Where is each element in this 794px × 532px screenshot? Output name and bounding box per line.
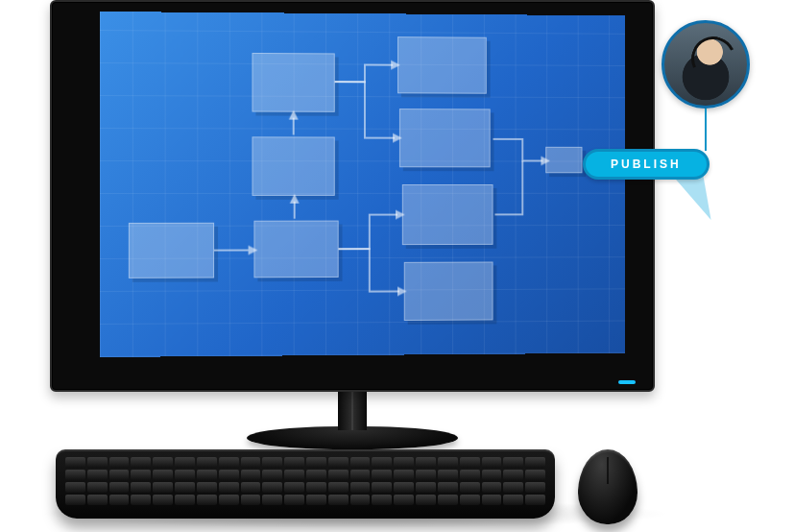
key [328, 470, 349, 480]
flow-node [545, 147, 582, 173]
key [416, 457, 436, 468]
key [241, 482, 261, 493]
mouse [578, 449, 638, 524]
key [394, 482, 414, 493]
key [482, 470, 502, 480]
key [525, 482, 545, 493]
flow-node [253, 136, 335, 196]
key [503, 495, 523, 505]
key [109, 495, 130, 505]
key [153, 457, 173, 468]
key [306, 457, 326, 468]
key [328, 457, 349, 468]
key [65, 482, 85, 493]
key [131, 470, 151, 480]
key [460, 495, 480, 505]
key [503, 470, 523, 480]
key [241, 470, 261, 480]
monitor-screen [100, 12, 625, 357]
key [65, 470, 85, 480]
key [525, 495, 545, 505]
key [109, 470, 130, 480]
key [416, 482, 436, 493]
support-agent-avatar [662, 20, 750, 109]
key [241, 457, 261, 468]
key [131, 495, 151, 505]
key [87, 495, 108, 505]
key [394, 495, 414, 505]
key [328, 495, 349, 505]
key [262, 495, 282, 505]
monitor-bezel [50, 0, 655, 392]
key [284, 482, 304, 493]
key [262, 457, 282, 468]
key [460, 482, 480, 493]
publish-button[interactable]: PUBLISH [583, 149, 710, 180]
flow-connectors [100, 12, 625, 357]
key [503, 482, 523, 493]
key [350, 495, 371, 505]
flow-node [253, 221, 338, 278]
monitor-stand-neck [338, 390, 367, 430]
desktop-monitor [50, 0, 655, 451]
key [197, 457, 217, 468]
key [219, 470, 239, 480]
key [175, 457, 195, 468]
key [372, 482, 392, 493]
key [460, 470, 480, 480]
key [197, 482, 217, 493]
key [284, 457, 304, 468]
key [175, 470, 195, 480]
key [175, 495, 195, 505]
key [394, 457, 414, 468]
flow-node [129, 223, 214, 278]
key [350, 470, 371, 480]
key [416, 495, 436, 505]
key [65, 495, 85, 505]
key [416, 470, 436, 480]
key [153, 470, 173, 480]
key [262, 482, 282, 493]
power-led-icon [618, 380, 636, 384]
key [219, 457, 239, 468]
key [87, 470, 108, 480]
keyboard-keys [65, 457, 545, 505]
key [503, 457, 523, 468]
flow-node [253, 53, 335, 112]
key [525, 470, 545, 480]
key [482, 495, 502, 505]
key [175, 482, 195, 493]
key [438, 457, 458, 468]
key [153, 482, 173, 493]
key [350, 482, 371, 493]
key [372, 495, 392, 505]
key [65, 457, 85, 468]
key [372, 457, 392, 468]
key [241, 495, 261, 505]
key [197, 495, 217, 505]
key [109, 482, 130, 493]
key [460, 457, 480, 468]
key [438, 482, 458, 493]
key [131, 457, 151, 468]
key [482, 482, 502, 493]
key [438, 470, 458, 480]
key [87, 457, 108, 468]
headset-icon [686, 31, 742, 87]
key [482, 457, 502, 468]
flow-node [404, 262, 493, 321]
key [328, 482, 349, 493]
key [262, 470, 282, 480]
key [197, 470, 217, 480]
flow-node [402, 184, 493, 245]
key [87, 482, 108, 493]
key [131, 482, 151, 493]
key [219, 495, 239, 505]
flow-node [399, 109, 491, 167]
key [394, 470, 414, 480]
key [284, 470, 304, 480]
key [438, 495, 458, 505]
key [153, 495, 173, 505]
key [306, 470, 326, 480]
key [372, 470, 392, 480]
